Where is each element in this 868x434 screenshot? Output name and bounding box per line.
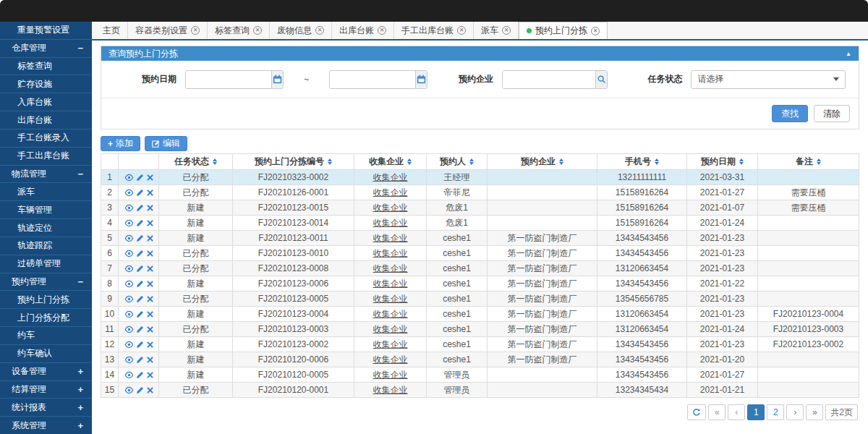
- collect-enterprise-link[interactable]: 收集企业: [354, 261, 427, 276]
- collect-enterprise-link[interactable]: 收集企业: [354, 322, 427, 337]
- close-tab-icon[interactable]: ✕: [502, 26, 511, 35]
- sidebar-item-18[interactable]: 约车: [0, 326, 92, 344]
- collapse-panel-icon[interactable]: ▲: [846, 51, 851, 57]
- sidebar-item-22[interactable]: 统计报表+: [0, 398, 92, 416]
- expand-icon[interactable]: +: [77, 402, 85, 413]
- refresh-icon[interactable]: [687, 404, 706, 420]
- delete-row-icon[interactable]: [147, 265, 153, 272]
- sidebar-item-8[interactable]: 手工出库台账: [0, 147, 92, 165]
- delete-row-icon[interactable]: [147, 357, 153, 363]
- edit-row-icon[interactable]: [136, 219, 144, 227]
- edit-row-icon[interactable]: [136, 265, 144, 273]
- edit-button[interactable]: 编辑: [145, 136, 187, 151]
- table-row[interactable]: 4新建FJ20210123-0014收集企业危废1151589162642021…: [101, 216, 859, 231]
- sidebar-item-3[interactable]: 标签查询: [0, 57, 92, 75]
- collapse-icon[interactable]: −: [77, 169, 85, 179]
- tab-2[interactable]: 容器类别设置✕: [128, 22, 208, 39]
- clear-button[interactable]: 清除: [814, 105, 850, 122]
- search-icon[interactable]: [595, 71, 606, 88]
- expand-icon[interactable]: +: [77, 366, 85, 377]
- delete-row-icon[interactable]: [147, 190, 153, 196]
- sidebar-item-20[interactable]: 设备管理+: [0, 362, 92, 380]
- view-icon[interactable]: [124, 326, 134, 333]
- collect-enterprise-link[interactable]: 收集企业: [354, 307, 427, 322]
- view-icon[interactable]: [124, 356, 134, 364]
- edit-row-icon[interactable]: [136, 250, 144, 258]
- view-icon[interactable]: [124, 280, 134, 288]
- last-page-button[interactable]: »: [806, 404, 823, 420]
- edit-row-icon[interactable]: [136, 174, 144, 182]
- sidebar-item-14[interactable]: 过磅单管理: [0, 255, 92, 273]
- collect-enterprise-link[interactable]: 收集企业: [354, 276, 427, 292]
- expand-icon[interactable]: +: [77, 420, 85, 431]
- delete-row-icon[interactable]: [147, 220, 153, 226]
- sidebar-item-6[interactable]: 出库台账: [0, 111, 92, 129]
- column-header-2[interactable]: 预约上门分拣编号: [233, 154, 354, 170]
- table-row[interactable]: 13新建FJ20210120-0006收集企业ceshe1第一防盗门制造厂134…: [101, 352, 859, 367]
- collect-enterprise-link[interactable]: 收集企业: [354, 367, 427, 383]
- collect-enterprise-link[interactable]: 收集企业: [354, 352, 427, 367]
- sidebar-item-15[interactable]: 预约管理−: [0, 273, 92, 291]
- table-row[interactable]: 7已分配FJ20210123-0008收集企业ceshe1第一防盗门制造厂131…: [101, 261, 859, 276]
- sidebar-item-2[interactable]: 仓库管理−: [0, 39, 92, 57]
- sort-icon[interactable]: [817, 158, 821, 165]
- close-tab-icon[interactable]: ✕: [591, 27, 600, 35]
- table-row[interactable]: 10新建FJ20210123-0004收集企业ceshe1第一防盗门制造厂131…: [101, 307, 859, 322]
- table-row[interactable]: 6已分配FJ20210123-0010收集企业ceshe1第一防盗门制造厂134…: [101, 246, 859, 261]
- collapse-icon[interactable]: −: [77, 43, 85, 54]
- collect-enterprise-link[interactable]: 收集企业: [354, 231, 427, 246]
- calendar-icon[interactable]: [271, 71, 283, 88]
- view-icon[interactable]: [124, 250, 134, 258]
- search-button[interactable]: 查找: [772, 105, 808, 122]
- collect-enterprise-link[interactable]: 收集企业: [354, 216, 427, 231]
- delete-row-icon[interactable]: [147, 296, 153, 302]
- sidebar-item-4[interactable]: 贮存设施: [0, 75, 92, 93]
- sort-icon[interactable]: [469, 158, 474, 165]
- edit-row-icon[interactable]: [136, 310, 144, 318]
- close-tab-icon[interactable]: ✕: [315, 26, 324, 35]
- delete-row-icon[interactable]: [147, 372, 153, 378]
- collect-enterprise-link[interactable]: 收集企业: [354, 185, 427, 200]
- tab-8[interactable]: 预约上门分拣✕: [519, 22, 608, 39]
- add-button[interactable]: + 添加: [101, 136, 140, 151]
- column-header-5[interactable]: 预约企业: [488, 154, 597, 170]
- sort-icon[interactable]: [407, 158, 412, 165]
- sidebar-item-17[interactable]: 上门分拣分配: [0, 308, 92, 326]
- query-panel-header[interactable]: 查询预约上门分拣 ▲: [101, 46, 859, 61]
- table-row[interactable]: 12新建FJ20210123-0002收集企业ceshe1第一防盗门制造厂134…: [101, 337, 859, 352]
- delete-row-icon[interactable]: [147, 235, 153, 242]
- tab-5[interactable]: 出库台账✕: [332, 22, 394, 39]
- sort-icon[interactable]: [328, 158, 332, 165]
- edit-row-icon[interactable]: [136, 295, 144, 303]
- sort-icon[interactable]: [655, 158, 659, 165]
- sidebar-item-16[interactable]: 预约上门分拣: [0, 290, 92, 308]
- close-tab-icon[interactable]: ✕: [457, 26, 466, 35]
- delete-row-icon[interactable]: [147, 311, 153, 318]
- tab-1[interactable]: 主页: [95, 22, 128, 39]
- prev-page-button[interactable]: ‹: [728, 404, 745, 420]
- collect-enterprise-link[interactable]: 收集企业: [354, 246, 427, 261]
- view-icon[interactable]: [124, 174, 134, 182]
- collect-enterprise-link[interactable]: 收集企业: [354, 383, 427, 398]
- edit-row-icon[interactable]: [136, 356, 144, 364]
- sidebar-item-21[interactable]: 结算管理+: [0, 380, 92, 399]
- table-row[interactable]: 11已分配FJ20210123-0003收集企业ceshe1第一防盗门制造厂13…: [101, 322, 859, 337]
- collect-enterprise-link[interactable]: 收集企业: [354, 337, 427, 352]
- sidebar-item-5[interactable]: 入库台账: [0, 93, 92, 111]
- collapse-icon[interactable]: −: [77, 276, 85, 287]
- enterprise-input[interactable]: [503, 71, 595, 88]
- sidebar-item-19[interactable]: 约车确认: [0, 344, 92, 362]
- tab-3[interactable]: 标签查询✕: [208, 22, 270, 39]
- view-icon[interactable]: [124, 189, 134, 197]
- table-row[interactable]: 14新建FJ20210120-0005收集企业管理员13434543456202…: [101, 367, 859, 383]
- edit-row-icon[interactable]: [136, 371, 144, 379]
- sidebar-item-12[interactable]: 轨迹定位: [0, 218, 92, 237]
- date-to-input[interactable]: [330, 71, 415, 88]
- first-page-button[interactable]: «: [708, 404, 726, 420]
- table-row[interactable]: 15已分配FJ20210120-0001收集企业管理员1323434543420…: [101, 383, 859, 398]
- date-from-input[interactable]: [186, 71, 271, 88]
- view-icon[interactable]: [124, 295, 134, 303]
- sidebar-item-9[interactable]: 物流管理−: [0, 165, 92, 183]
- delete-row-icon[interactable]: [147, 250, 153, 257]
- delete-row-icon[interactable]: [147, 281, 153, 287]
